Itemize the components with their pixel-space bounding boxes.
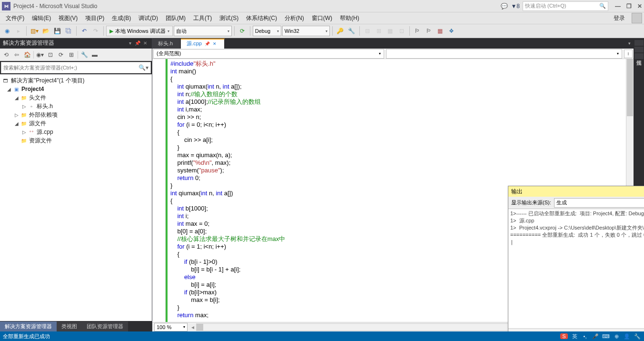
tab-close-icon[interactable]: ✕ xyxy=(213,41,217,46)
output-titlebar[interactable]: 输出 ▾ □ ✕ xyxy=(508,186,644,197)
solexp-opt-icon[interactable]: ▬ xyxy=(90,50,99,59)
solexp-scope-icon[interactable]: ◉▾ xyxy=(36,50,44,59)
window-title: Project4 - Microsoft Visual Studio xyxy=(13,3,98,10)
close-button[interactable]: ✕ xyxy=(637,3,642,10)
tb-icon-3[interactable]: ⊟ xyxy=(362,26,373,36)
tb-icon-5[interactable]: ▦ xyxy=(385,26,396,36)
solexp-back-icon[interactable]: ⇦ xyxy=(12,50,21,59)
menu-window[interactable]: 窗口(W) xyxy=(308,14,336,22)
vtab-server-explorer[interactable]: 服务器资源管理器 xyxy=(634,40,644,46)
new-button[interactable]: ▧▾ xyxy=(29,26,40,36)
combo-config[interactable]: Debug▾ xyxy=(253,26,281,36)
save-all-button[interactable]: ⿻ xyxy=(63,26,74,36)
scope-combo-1[interactable]: (全局范围)▾ xyxy=(153,49,384,59)
solexp-close-icon[interactable]: ✕ xyxy=(141,40,149,46)
output-source-combo[interactable]: 生成▾ xyxy=(554,198,644,208)
tray-ime-icon[interactable]: 英 xyxy=(571,333,578,340)
solexp-sync-icon[interactable]: ⊡ xyxy=(46,50,55,59)
vs-logo-icon: ⋈ xyxy=(2,2,10,10)
doc-tab-source[interactable]: 源.cpp📌✕ xyxy=(181,39,225,49)
notifications-icon[interactable]: ▼8 xyxy=(511,3,520,10)
undo-button[interactable]: ↶ xyxy=(79,26,89,36)
resources-folder[interactable]: 📁资源文件 xyxy=(0,136,152,145)
tb-icon-7[interactable]: 🏳 xyxy=(412,26,423,36)
menu-help[interactable]: 帮助(H) xyxy=(336,14,363,22)
solexp-search[interactable]: 🔍▾ xyxy=(1,62,151,73)
solexp-title: 解决方案资源管理器 xyxy=(3,39,54,47)
menu-edit[interactable]: 编辑(E) xyxy=(28,14,55,22)
header-file-node[interactable]: ▷▫标头.h xyxy=(0,102,152,110)
quick-launch-input[interactable]: 快速启动 (Ctrl+Q) 🔍 xyxy=(523,1,608,11)
start-debug-button[interactable]: ▶ 本地 Windows 调试器 ▾ xyxy=(106,26,173,36)
solution-explorer: 解决方案资源管理器 ▾ 📌 ✕ ⟲ ⇦ 🏠 ◉▾ ⊡ ⟳ ⊞ 🔧 ▬ 🔍▾ 🗔解… xyxy=(0,38,152,331)
refresh-button[interactable]: ⟳ xyxy=(237,26,248,36)
save-button[interactable]: 💾 xyxy=(52,26,62,36)
tb-icon-6[interactable]: ⊡ xyxy=(396,26,407,36)
vtab-toolbox[interactable]: 工具箱 xyxy=(634,47,644,52)
menu-team[interactable]: 团队(M) xyxy=(162,14,189,22)
nav-fwd-button[interactable]: ▸ xyxy=(13,26,24,36)
solexp-dropdown-icon[interactable]: ▾ xyxy=(126,40,134,46)
maximize-button[interactable]: ❐ xyxy=(626,3,632,10)
open-button[interactable]: 📂 xyxy=(40,26,51,36)
solexp-home-icon[interactable]: ⟲ xyxy=(2,50,10,59)
feedback-icon[interactable]: 💬 xyxy=(501,3,508,10)
tray-wrench-icon[interactable]: 🔧 xyxy=(634,333,641,340)
tb-icon-8[interactable]: 🏳 xyxy=(424,26,434,36)
tb-icon-9[interactable]: ▦ xyxy=(435,26,446,36)
scope-combo-2[interactable]: ▾ xyxy=(386,49,622,59)
tab-solexp[interactable]: 解决方案资源管理器 xyxy=(0,321,57,331)
combo-auto[interactable]: 自动▾ xyxy=(174,26,232,36)
menu-file[interactable]: 文件(F) xyxy=(2,14,28,22)
doc-tab-header[interactable]: 标头.h xyxy=(152,39,181,49)
tray-keyboard-icon[interactable]: ⌨ xyxy=(602,333,610,340)
tb-icon-1[interactable]: 🔑 xyxy=(335,26,346,36)
output-content[interactable]: 1>------ 已启动全部重新生成: 项目: Project4, 配置: De… xyxy=(508,209,644,328)
menu-build[interactable]: 生成(B) xyxy=(108,14,135,22)
solexp-refresh-icon[interactable]: ⟳ xyxy=(57,50,65,59)
menu-test[interactable]: 测试(S) xyxy=(216,14,242,22)
output-hscroll[interactable] xyxy=(508,328,644,331)
tb-icon-4[interactable]: ⊞ xyxy=(374,26,384,36)
vtab-properties[interactable]: 属性 xyxy=(634,53,644,59)
sources-folder[interactable]: ◢📁源文件 xyxy=(0,119,152,128)
main-toolbar: ◉ ▸ ▧▾ 📂 💾 ⿻ ↶ ↷ ▶ 本地 Windows 调试器 ▾ 自动▾ … xyxy=(0,24,644,38)
minimize-button[interactable]: — xyxy=(615,3,621,10)
source-file-node[interactable]: ▷⁺⁺源.cpp xyxy=(0,128,152,136)
solexp-house-icon[interactable]: 🏠 xyxy=(23,50,31,59)
redo-button[interactable]: ↷ xyxy=(90,26,101,36)
menu-project[interactable]: 项目(P) xyxy=(81,14,108,22)
menu-view[interactable]: 视图(V) xyxy=(55,14,81,22)
solexp-props-icon[interactable]: 🔧 xyxy=(80,50,89,59)
tray-net-icon[interactable]: ⊕ xyxy=(613,333,620,340)
project-node[interactable]: ◢▣Project4 xyxy=(0,85,152,93)
menu-arch[interactable]: 体系结构(C) xyxy=(242,14,281,22)
tray-user-icon[interactable]: 👤 xyxy=(623,333,631,340)
login-button[interactable]: 登录 xyxy=(610,14,629,22)
solution-tree: 🗔解决方案"Project4"(1 个项目) ◢▣Project4 ◢📁头文件 … xyxy=(0,74,152,321)
tb-icon-10[interactable]: ❖ xyxy=(446,26,457,36)
nav-back-button[interactable]: ◉ xyxy=(2,26,12,36)
external-folder[interactable]: ▷📁外部依赖项 xyxy=(0,110,152,119)
quick-launch-placeholder: 快速启动 (Ctrl+Q) xyxy=(525,2,566,10)
headers-folder[interactable]: ◢📁头文件 xyxy=(0,93,152,102)
solution-node[interactable]: 🗔解决方案"Project4"(1 个项目) xyxy=(0,76,152,85)
avatar-icon[interactable] xyxy=(632,13,642,23)
tray-sogou-icon[interactable]: S xyxy=(560,333,568,339)
solexp-showall-icon[interactable]: ⊞ xyxy=(67,50,76,59)
menu-tools[interactable]: 工具(T) xyxy=(189,14,216,22)
tray-mic-icon[interactable]: 🎤 xyxy=(592,333,599,340)
solexp-search-input[interactable] xyxy=(3,65,139,70)
menu-analyze[interactable]: 分析(N) xyxy=(281,14,308,22)
pin-icon[interactable]: 📌 xyxy=(134,40,141,46)
zoom-combo[interactable]: 100 %▾ xyxy=(154,323,188,331)
tab-teamexp[interactable]: 团队资源管理器 xyxy=(82,321,128,331)
tb-icon-2[interactable]: 🔧 xyxy=(347,26,357,36)
pin-icon[interactable]: 📌 xyxy=(205,41,210,46)
combo-platform[interactable]: Win32▾ xyxy=(282,26,330,36)
split-button[interactable]: ↕ xyxy=(624,50,633,58)
menu-debug[interactable]: 调试(D) xyxy=(135,14,162,22)
tray-punct-icon[interactable]: •, xyxy=(581,333,589,339)
tab-classview[interactable]: 类视图 xyxy=(57,321,82,331)
doc-tabs-dropdown[interactable]: ▾ xyxy=(625,41,634,46)
